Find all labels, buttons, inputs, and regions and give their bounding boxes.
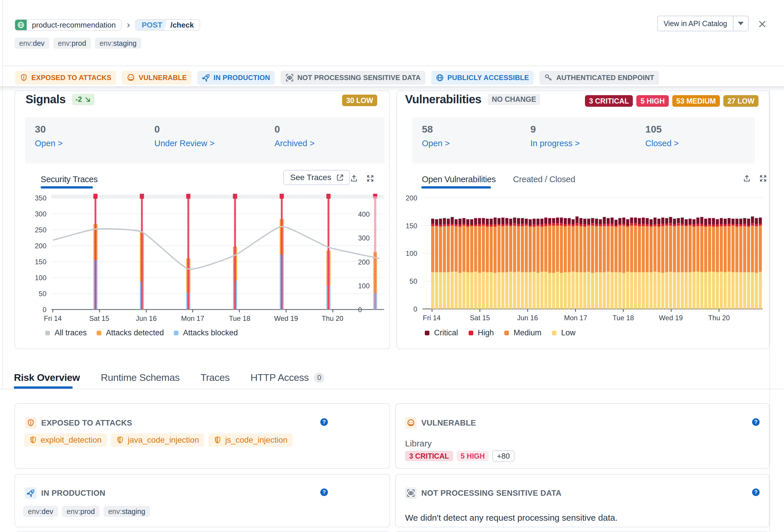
svg-text:150: 150 (405, 222, 417, 230)
svg-text:50: 50 (38, 290, 47, 298)
svg-text:150: 150 (35, 258, 47, 266)
svg-text:0: 0 (358, 306, 362, 314)
svg-text:250: 250 (35, 226, 47, 234)
svg-text:100: 100 (35, 274, 47, 282)
svg-text:200: 200 (405, 194, 417, 202)
svg-text:200: 200 (35, 242, 47, 250)
svg-text:300: 300 (35, 210, 47, 218)
svg-text:0: 0 (43, 306, 47, 314)
svg-text:350: 350 (35, 194, 47, 202)
svg-text:100: 100 (358, 282, 370, 290)
svg-text:400: 400 (358, 210, 370, 218)
svg-text:200: 200 (358, 258, 370, 266)
svg-text:50: 50 (410, 277, 417, 285)
svg-text:300: 300 (358, 234, 370, 242)
svg-text:100: 100 (405, 249, 417, 257)
svg-text:0: 0 (414, 305, 417, 313)
